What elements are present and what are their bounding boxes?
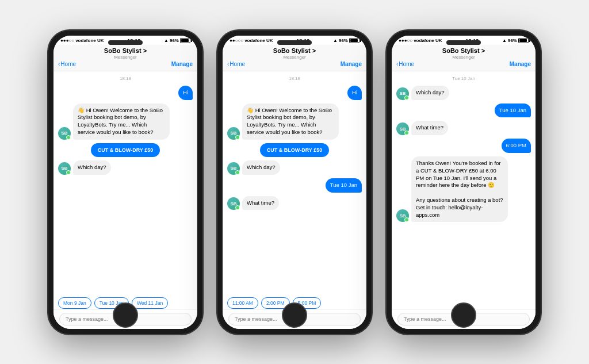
action-bubble[interactable]: CUT & BLOW-DRY £50 [260,143,329,157]
nav-bar: SoBo Stylist > Messenger ‹ Home Manage [53,45,197,71]
avatar-wrap: SB [227,197,240,210]
message-input-area [392,309,536,329]
online-indicator [235,205,240,210]
message-input-area [223,309,366,329]
chat-timestamp: 18:18 [227,76,362,81]
chevron-left-icon: ‹ [58,61,60,67]
chat-area: 18:18HiSB👋 Hi Owen! Welcome to the SoBo … [53,71,197,297]
carrier-text: ●●●○○ vodafone UK [399,38,442,43]
chips-row: Mon 9 JanTue 10 JanWed 11 Jan [53,297,197,309]
message-row-4: Tue 10 Jan [227,178,362,193]
nav-back-button[interactable]: ‹ Home [227,61,245,67]
chip-button[interactable]: 11:00 AM [227,297,258,309]
online-indicator [404,95,409,100]
message-row-3: 6:00 PM [396,139,531,153]
nav-subtitle: Messenger [58,55,193,60]
message-input[interactable] [59,313,192,325]
carrier-text: ●●●○○ vodafone UK [60,38,104,43]
message-row-0: SBWhich day? [396,86,531,100]
bubble-outgoing-3: 6:00 PM [502,139,531,153]
bubble-outgoing-0: Hi [178,86,193,100]
bubble-incoming-4: Thanks Owen! You're booked in for a CUT … [411,156,508,223]
action-bubble[interactable]: CUT & BLOW-DRY £50 [91,143,160,157]
online-indicator [404,131,409,135]
chevron-left-icon: ‹ [227,61,229,67]
chip-button[interactable]: Mon 9 Jan [58,297,91,309]
message-input-area [53,309,197,329]
chat-area: Tue 10 JanSBWhich day?Tue 10 JanSBWhat t… [392,71,536,309]
online-indicator [66,170,71,175]
nav-subtitle: Messenger [396,55,531,60]
online-indicator [404,217,409,222]
message-row-5: SBWhat time? [227,196,362,210]
bubble-incoming-0: Which day? [411,86,449,100]
battery-area: ▲ 96% [502,38,529,43]
time-text: 18:19 [465,38,479,44]
action-message[interactable]: CUT & BLOW-DRY £50 [227,143,362,157]
time-text: 18:18 [127,38,140,44]
message-input[interactable] [228,313,361,325]
chevron-left-icon: ‹ [396,61,398,67]
nav-title: SoBo Stylist > [58,47,193,55]
message-row-1: SB👋 Hi Owen! Welcome to the SoBo Stylist… [227,104,362,140]
chip-button[interactable]: Wed 11 Jan [132,297,168,309]
avatar-wrap: SB [58,162,71,175]
status-bar: ●●●○○ vodafone UK 18:19 ▲ 96% [392,36,536,45]
avatar-wrap: SB [227,127,240,140]
message-row-4: SBThanks Owen! You're booked in for a CU… [396,156,531,223]
message-row-0: Hi [58,86,193,100]
nav-back-button[interactable]: ‹ Home [396,61,414,67]
manage-button[interactable]: Manage [341,61,362,67]
message-row-2: SBWhat time? [396,121,531,135]
battery-area: ▲ 96% [333,38,359,43]
time-text: 18:19 [296,38,309,44]
avatar-wrap: SB [58,127,71,140]
phone-3: ●●●○○ vodafone UK 18:19 ▲ 96% SoBo Styli… [386,30,541,335]
nav-bar: SoBo Stylist > Messenger ‹ Home Manage [223,45,366,71]
nav-subtitle: Messenger [227,55,362,60]
message-row-0: Hi [227,86,362,100]
online-indicator [235,170,240,175]
message-row-3: SBWhich day? [58,160,193,175]
carrier-text: ●●○○○ vodafone UK [230,38,273,43]
nav-bar: SoBo Stylist > Messenger ‹ Home Manage [392,45,536,71]
bubble-incoming-1: 👋 Hi Owen! Welcome to the SoBo Stylist b… [73,104,170,140]
nav-back-button[interactable]: ‹ Home [58,61,76,67]
status-bar: ●●○○○ vodafone UK 18:19 ▲ 96% [223,36,366,45]
chat-area: 18:18HiSB👋 Hi Owen! Welcome to the SoBo … [223,71,366,297]
avatar-wrap: SB [396,122,409,135]
battery-area: ▲ 96% [164,38,190,43]
online-indicator [66,135,71,140]
message-row-1: SB👋 Hi Owen! Welcome to the SoBo Stylist… [58,104,193,140]
chip-button[interactable]: 5:00 PM [293,297,322,309]
chip-button[interactable]: Tue 10 Jan [94,297,129,309]
bubble-incoming-1: 👋 Hi Owen! Welcome to the SoBo Stylist b… [242,104,339,140]
back-label: Home [399,61,414,67]
bubble-outgoing-1: Tue 10 Jan [495,104,531,118]
back-label: Home [60,61,76,67]
chips-row: 11:00 AM2:00 PM5:00 PM [223,297,366,309]
chip-button[interactable]: 2:00 PM [261,297,290,309]
bubble-incoming-2: What time? [411,121,448,135]
chat-timestamp: 18:18 [58,76,193,81]
bubble-incoming-3: Which day? [242,160,280,175]
action-message[interactable]: CUT & BLOW-DRY £50 [58,143,193,157]
avatar-wrap: SB [396,87,409,100]
message-row-3: SBWhich day? [227,160,362,175]
nav-title: SoBo Stylist > [227,47,362,55]
manage-button[interactable]: Manage [510,61,531,67]
phone-1: ●●●○○ vodafone UK 18:18 ▲ 96% SoBo Styli… [48,30,203,335]
manage-button[interactable]: Manage [171,61,193,67]
online-indicator [235,135,240,140]
chat-timestamp: Tue 10 Jan [396,76,531,81]
nav-title: SoBo Stylist > [396,47,531,55]
message-input[interactable] [397,313,530,325]
bubble-outgoing-4: Tue 10 Jan [326,178,362,193]
phone-2: ●●○○○ vodafone UK 18:19 ▲ 96% SoBo Styli… [217,30,372,335]
phones-container: ●●●○○ vodafone UK 18:18 ▲ 96% SoBo Styli… [36,18,553,346]
bubble-incoming-3: Which day? [73,160,111,175]
bubble-outgoing-0: Hi [347,86,362,100]
bubble-incoming-5: What time? [242,196,279,210]
avatar-wrap: SB [227,162,240,175]
status-bar: ●●●○○ vodafone UK 18:18 ▲ 96% [53,36,197,45]
